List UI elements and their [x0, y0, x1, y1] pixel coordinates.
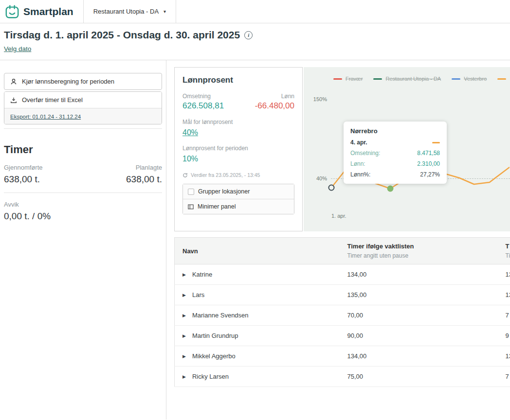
tooltip-series-dash-icon — [432, 142, 440, 143]
payroll-chart-panel: Fravær Restaurant Utopia - DA Vesterbro — [304, 67, 510, 231]
content: Kjør lønnsberegning for perioden Overfør… — [0, 60, 510, 420]
column-header-cutoff: T Ti — [501, 238, 510, 264]
employee-name: Katrine — [192, 271, 212, 278]
deviation-value: 0,00 t. / 0% — [4, 211, 162, 222]
period-percent-label: Lønnprosent for perioden — [182, 145, 294, 152]
chart-tooltip: Nørrebro 4. apr. Omsetning: 8.471,58 Løn… — [344, 122, 447, 184]
scheduled-hours: 134,00 — [340, 264, 501, 285]
employee-name: Lars — [192, 291, 204, 298]
expand-row-icon[interactable]: ▶ — [182, 374, 186, 379]
export-period-link[interactable]: Eksport: 01.01.24 - 31.12.24 — [10, 114, 81, 120]
minimize-panel-label: Minimer panel — [198, 203, 236, 210]
cutoff-value: 13 — [501, 285, 510, 305]
person-icon — [10, 78, 17, 85]
download-icon — [10, 97, 17, 104]
table-row[interactable]: ▶ Martin Grundrup 90,00 9 — [175, 326, 510, 346]
run-payroll-button[interactable]: Kjør lønnsberegning for perioden — [4, 73, 162, 90]
hovered-data-point[interactable] — [387, 186, 394, 192]
table-row[interactable]: ▶ Lars 135,00 13 — [175, 285, 510, 305]
export-excel-label: Overfør timer til Excel — [22, 96, 83, 104]
top-bar: Smartplan Restaurant Utopia - DA ▾ — [0, 0, 510, 23]
scheduled-hours: 75,00 — [340, 367, 501, 387]
tooltip-percent-label: Lønn%: — [350, 171, 370, 178]
scheduled-hours: 134,00 — [340, 346, 501, 367]
timer-heading: Timer — [4, 143, 162, 156]
table-header-row: Navn Timer ifølge vaktlisten Timer angit… — [175, 238, 510, 264]
salary-value: -66.480,00 — [255, 101, 294, 111]
minimize-panel-button[interactable]: Minimer panel — [183, 199, 294, 214]
main-content: Lønnprosent Omsetning Lønn 626.508,81 -6… — [166, 60, 510, 420]
location-label: Restaurant Utopia - DA — [93, 8, 159, 15]
tooltip-location: Nørrebro — [350, 127, 440, 135]
target-percent-label: Mål for lønnprosent — [182, 119, 294, 125]
panel-icon — [188, 204, 194, 210]
salary-label: Lønn — [281, 93, 294, 100]
payroll-percent-card: Lønnprosent Omsetning Lønn 626.508,81 -6… — [174, 67, 303, 231]
column-header-hours-subtitle: Timer angitt uten pause — [347, 252, 493, 259]
sidebar-divider — [4, 192, 162, 193]
export-footer: Eksport: 01.01.24 - 31.12.24 — [4, 108, 162, 124]
employee-name: Martin Grundrup — [192, 332, 238, 339]
card-title: Lønnprosent — [182, 75, 294, 85]
info-icon[interactable]: i — [244, 31, 253, 39]
tooltip-date: 4. apr. — [350, 139, 367, 146]
run-payroll-label: Kjør lønnsberegning for perioden — [22, 78, 114, 85]
cutoff-value: 13 — [501, 264, 510, 285]
tooltip-salary-value: 2.310,00 — [417, 160, 440, 167]
cutoff-value: 7 — [501, 367, 510, 387]
app-logo[interactable]: Smartplan — [0, 0, 83, 23]
refresh-icon — [182, 173, 188, 178]
export-group: Overfør timer til Excel Eksport: 01.01.2… — [4, 91, 162, 124]
group-locations-toggle[interactable]: Grupper lokasjoner — [183, 184, 294, 199]
cutoff-value: 9 — [501, 326, 510, 346]
column-header-hours: Timer ifølge vaktlisten Timer angitt ute… — [340, 238, 501, 264]
period-header: Tirsdag d. 1. april 2025 - Onsdag d. 30.… — [0, 23, 510, 60]
location-dropdown[interactable]: Restaurant Utopia - DA ▾ — [83, 0, 176, 23]
tooltip-percent-value: 27,27% — [420, 171, 440, 178]
table-row[interactable]: ▶ Marianne Svendsen 70,00 7 — [175, 305, 510, 326]
employee-hours-table: Navn Timer ifølge vaktlisten Timer angit… — [174, 237, 510, 387]
expand-row-icon[interactable]: ▶ — [182, 313, 186, 318]
tooltip-salary-label: Lønn: — [350, 160, 365, 167]
values-from-text: Verdier fra 23.05.2025, - 13:45 — [191, 172, 260, 178]
scheduled-hours: 70,00 — [340, 305, 501, 326]
smartplan-calendar-icon — [5, 4, 19, 19]
deviation-label: Avvik — [4, 201, 162, 208]
planned-hours-value: 638,00 t. — [126, 174, 162, 185]
tooltip-revenue-label: Omsetning: — [350, 150, 380, 157]
table-row[interactable]: ▶ Ricky Larsen 75,00 7 — [175, 367, 510, 387]
completed-hours-value: 638,00 t. — [4, 174, 40, 185]
target-percent-link[interactable]: 40% — [182, 128, 198, 137]
planned-hours-label: Planlagte — [136, 164, 162, 171]
period-percent-value: 10% — [182, 155, 294, 163]
page-title: Tirsdag d. 1. april 2025 - Onsdag d. 30.… — [4, 29, 506, 41]
column-header-name: Navn — [175, 238, 340, 264]
sidebar-divider — [4, 128, 162, 129]
table-row[interactable]: ▶ Mikkel Aggerbo 134,00 13 — [175, 346, 510, 367]
export-excel-button[interactable]: Overfør timer til Excel — [4, 92, 162, 108]
x-axis-tick: 1. apr. — [331, 213, 346, 219]
chevron-down-icon: ▾ — [164, 9, 166, 14]
expand-row-icon[interactable]: ▶ — [182, 333, 186, 338]
group-locations-checkbox[interactable] — [188, 189, 194, 195]
expand-row-icon[interactable]: ▶ — [182, 272, 186, 277]
completed-hours-label: Gjennomførte — [4, 164, 42, 171]
series-start-point — [329, 185, 334, 191]
sidebar: Kjør lønnsberegning for perioden Overfør… — [0, 60, 166, 420]
group-locations-label: Grupper lokasjoner — [198, 188, 250, 195]
expand-row-icon[interactable]: ▶ — [182, 354, 186, 359]
expand-row-icon[interactable]: ▶ — [182, 293, 186, 298]
employee-name: Marianne Svendsen — [192, 312, 249, 319]
date-range: Tirsdag d. 1. april 2025 - Onsdag d. 30.… — [4, 29, 240, 41]
scheduled-hours: 135,00 — [340, 285, 501, 305]
table-row[interactable]: ▶ Katrine 134,00 13 — [175, 264, 510, 285]
revenue-label: Omsetning — [182, 93, 211, 100]
tooltip-revenue-value: 8.471,58 — [417, 150, 440, 157]
choose-date-link[interactable]: Velg dato — [4, 45, 31, 52]
brand-name: Smartplan — [23, 6, 73, 18]
cutoff-value: 7 — [501, 305, 510, 326]
employee-name: Ricky Larsen — [192, 373, 229, 380]
scheduled-hours: 90,00 — [340, 326, 501, 346]
panel-actions: Grupper lokasjoner Minimer panel — [182, 184, 294, 214]
employee-name: Mikkel Aggerbo — [192, 352, 236, 360]
